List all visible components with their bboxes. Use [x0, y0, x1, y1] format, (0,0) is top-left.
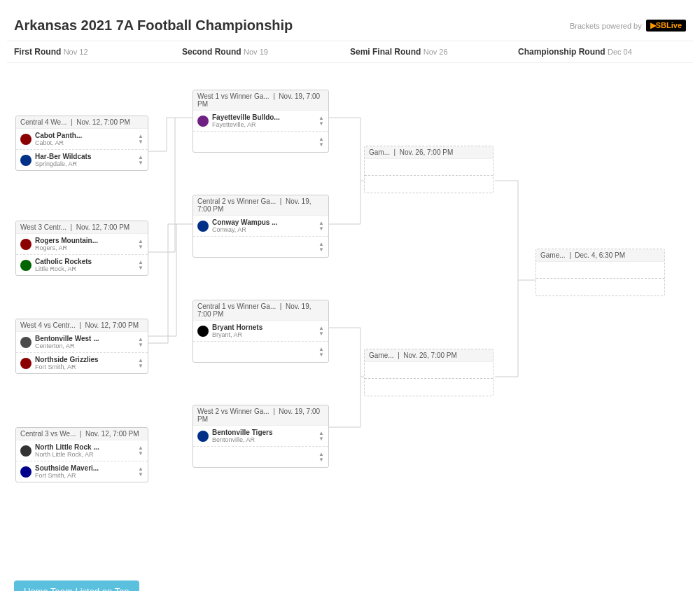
r2g1-team2-info [212, 134, 315, 149]
r2g1-team2-seed: ▲▼ [318, 137, 324, 148]
round-col-2: Second Round Nov 19 [182, 47, 350, 57]
r1g2-team1-info: Rogers Mountain... Rogers, AR [35, 237, 134, 251]
round-3-label: Semi Final Round [350, 47, 421, 57]
r1g1-team1-row: Cabot Panth... Cabot, AR ▲▼ [16, 129, 148, 150]
powered-by-label: Brackets powered by [570, 22, 642, 30]
cabot-icon [20, 134, 31, 145]
r2g2-matchup: Central 2 vs Winner Ga... | Nov. 19, 7:0… [192, 195, 329, 258]
home-team-button[interactable]: Home Team Listed on Top [14, 580, 139, 591]
page-header: Arkansas 2021 7A Football Championship B… [7, 7, 693, 41]
r2g1-header: West 1 vs Winner Ga... | Nov. 19, 7:00 P… [193, 90, 328, 111]
r1g3-matchup: West 4 vs Centr... | Nov. 12, 7:00 PM Be… [15, 319, 148, 374]
r2g1-matchup: West 1 vs Winner Ga... | Nov. 19, 7:00 P… [192, 90, 329, 153]
r1g2-team2-row: Catholic Rockets Little Rock, AR ▲▼ [16, 255, 148, 275]
page-title: Arkansas 2021 7A Football Championship [14, 18, 293, 34]
r2g1-team2-row: ▲▼ [193, 132, 328, 152]
nlr-icon [20, 445, 31, 457]
r1g1-team2-seed: ▲▼ [138, 155, 144, 166]
r1g2-matchup: West 3 Centr... | Nov. 12, 7:00 PM Roger… [15, 221, 148, 276]
r1g2-team1-row: Rogers Mountain... Rogers, AR ▲▼ [16, 234, 148, 255]
r2g2-team2-info [212, 239, 315, 254]
r2g4-team2-seed: ▲▼ [318, 452, 324, 463]
r2g2-team2-row: ▲▼ [193, 237, 328, 257]
r1g3-box: West 4 vs Centr... | Nov. 12, 7:00 PM Be… [15, 319, 148, 374]
r2g3-team2-row: ▲▼ [193, 342, 328, 362]
r2g3-team1-info: Bryant Hornets Bryant, AR [212, 324, 315, 338]
round-1-date: Nov 12 [64, 48, 88, 56]
r1g4-team2-info: Southside Maveri... Fort Smith, AR [35, 464, 134, 479]
r1g4-header: Central 3 vs We... | Nov. 12, 7:00 PM [16, 428, 148, 440]
powered-by: Brackets powered by ▶SBLive [570, 20, 686, 32]
r1g2-team2-info: Catholic Rockets Little Rock, AR [35, 258, 134, 272]
r2g3-team1-seed: ▲▼ [318, 326, 324, 337]
southside-icon [20, 466, 31, 478]
bryant-icon [197, 326, 209, 337]
r2g2-team2-icon-empty [197, 242, 209, 253]
champ-header: Game... | Dec. 4, 6:30 PM [536, 249, 664, 262]
r1g1-team2-info: Har-Ber Wildcats Springdale, AR [35, 153, 134, 167]
sf2-result: Game... | Nov. 26, 7:00 PM [364, 349, 493, 396]
r2g4-team2-icon-empty [197, 452, 209, 463]
r2g1-team1-seed: ▲▼ [318, 116, 324, 127]
r1g3-team1-seed: ▲▼ [138, 337, 144, 348]
r2g4-team2-info [212, 450, 315, 464]
round-2-date: Nov 19 [244, 48, 268, 56]
r2g2-team2-seed: ▲▼ [318, 242, 324, 253]
sf1-slot2 [365, 177, 493, 193]
r2g3-matchup: Central 1 vs Winner Ga... | Nov. 19, 7:0… [192, 300, 329, 363]
champ-result: Game... | Dec. 4, 6:30 PM [536, 249, 665, 296]
r2g4-team1-seed: ▲▼ [318, 431, 324, 442]
champ-box: Game... | Dec. 4, 6:30 PM [536, 249, 665, 296]
sf1-slot1 [365, 160, 493, 176]
r2g3-team1-row: Bryant Hornets Bryant, AR ▲▼ [193, 321, 328, 342]
r2g2-box: Central 2 vs Winner Ga... | Nov. 19, 7:0… [192, 195, 329, 258]
champ-slot1 [536, 263, 664, 279]
sf2-header: Game... | Nov. 26, 7:00 PM [365, 349, 493, 362]
r2g2-header: Central 2 vs Winner Ga... | Nov. 19, 7:0… [193, 195, 328, 216]
r2g4-box: West 2 vs Winner Ga... | Nov. 19, 7:00 P… [192, 405, 329, 468]
r1g1-matchup: Central 4 We... | Nov. 12, 7:00 PM Cabot… [15, 116, 148, 171]
round-3-date: Nov 26 [424, 48, 448, 56]
r2g3-header: Central 1 vs Winner Ga... | Nov. 19, 7:0… [193, 300, 328, 321]
r1g2-team1-seed: ▲▼ [138, 239, 144, 250]
r1g4-team1-seed: ▲▼ [138, 445, 144, 457]
r2g4-team2-row: ▲▼ [193, 447, 328, 467]
r1g3-team2-info: Northside Grizzlies Fort Smith, AR [35, 356, 134, 370]
r2g4-header: West 2 vs Winner Ga... | Nov. 19, 7:00 P… [193, 405, 328, 426]
sf2-slot2 [365, 380, 493, 396]
catholic-icon [20, 260, 31, 271]
r1g1-header: Central 4 We... | Nov. 12, 7:00 PM [16, 116, 148, 129]
harber-icon [20, 155, 31, 166]
sf1-result: Gam... | Nov. 26, 7:00 PM [364, 146, 493, 193]
r1g1-team2-row: Har-Ber Wildcats Springdale, AR ▲▼ [16, 150, 148, 170]
fayetteville-icon [197, 116, 209, 127]
r2g2-team1-seed: ▲▼ [318, 221, 324, 232]
round-col-4: Championship Round Dec 04 [518, 47, 686, 57]
sf2-box: Game... | Nov. 26, 7:00 PM [364, 349, 493, 396]
r2g2-team1-info: Conway Wampus ... Conway, AR [212, 218, 315, 233]
r2g1-team1-row: Fayetteville Bulldo... Fayetteville, AR … [193, 111, 328, 132]
r2g2-team1-row: Conway Wampus ... Conway, AR ▲▼ [193, 216, 328, 237]
r1g3-header: West 4 vs Centr... | Nov. 12, 7:00 PM [16, 319, 148, 332]
round-4-date: Dec 04 [608, 48, 632, 56]
rounds-header: First Round Nov 12 Second Round Nov 19 S… [7, 41, 693, 63]
round-col-3: Semi Final Round Nov 26 [350, 47, 518, 57]
round-4-label: Championship Round [518, 47, 606, 57]
r1g2-team2-seed: ▲▼ [138, 260, 144, 271]
r1g3-team1-info: Bentonville West ... Centerton, AR [35, 335, 134, 349]
r1g3-team1-row: Bentonville West ... Centerton, AR ▲▼ [16, 332, 148, 353]
rogers-icon [20, 239, 31, 250]
r1g1-team1-seed: ▲▼ [138, 134, 144, 145]
r1g4-team2-row: Southside Maveri... Fort Smith, AR ▲▼ [16, 461, 148, 482]
round-1-label: First Round [14, 47, 61, 57]
bentonville-west-icon [20, 337, 31, 348]
sf2-slot1 [365, 363, 493, 379]
r2g4-matchup: West 2 vs Winner Ga... | Nov. 19, 7:00 P… [192, 405, 329, 468]
r2g1-box: West 1 vs Winner Ga... | Nov. 19, 7:00 P… [192, 90, 329, 153]
r1g3-team2-seed: ▲▼ [138, 358, 144, 369]
r2g1-team2-icon-empty [197, 137, 209, 148]
r1g4-matchup: Central 3 vs We... | Nov. 12, 7:00 PM No… [15, 427, 148, 482]
bentonville-icon [197, 431, 209, 442]
sblive-logo: ▶SBLive [646, 20, 686, 32]
conway-icon [197, 221, 209, 232]
